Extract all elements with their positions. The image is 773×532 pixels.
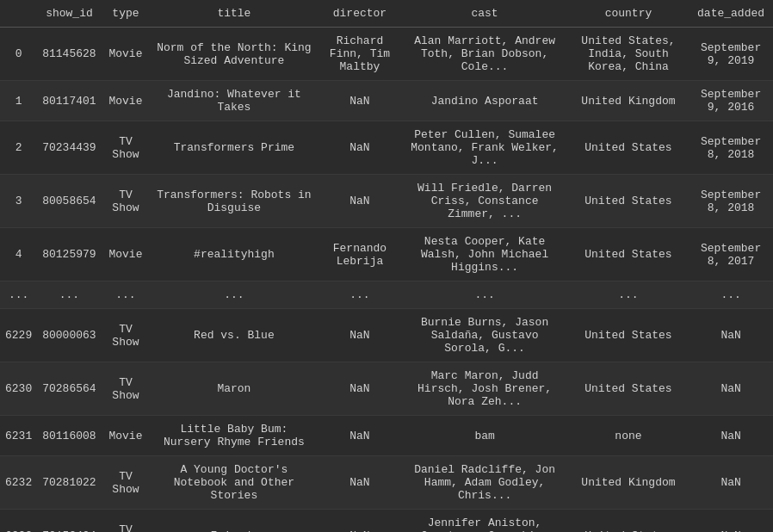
cell-type: ... [102,281,151,309]
cell-country: United States [568,228,689,281]
cell-show-id: 70153404 [37,510,101,533]
cell-index: 6231 [0,416,37,456]
cell-title: Little Baby Bum: Nursery Rhyme Friends [150,416,318,456]
cell-index: 6233 [0,510,37,533]
cell-title: ... [150,281,318,309]
data-table-container: show_id type title director cast country… [0,0,773,532]
cell-date-added: NaN [689,309,773,362]
table-row: 270234439TV ShowTransformers PrimeNaNPet… [0,121,773,175]
cell-index: 4 [0,228,37,281]
cell-director: ... [318,281,402,309]
cell-cast: ... [401,281,567,309]
cell-type: TV Show [102,362,151,416]
header-cast: cast [401,0,567,28]
table-row: 480125979Movie#realityhighFernando Lebri… [0,228,773,281]
cell-country: United States [568,121,689,175]
cell-date-added: September 9, 2019 [689,28,773,81]
table-row: ........................ [0,281,773,309]
cell-cast: Jandino Asporaat [401,81,567,121]
cell-date-added: NaN [689,362,773,416]
cell-date-added: September 8, 2017 [689,228,773,281]
cell-country: United States [568,510,689,533]
cell-director: NaN [318,81,402,121]
data-table: show_id type title director cast country… [0,0,773,532]
cell-type: Movie [102,28,151,81]
cell-cast: Peter Cullen, Sumalee Montano, Frank Wel… [401,121,567,175]
cell-type: Movie [102,228,151,281]
cell-director: NaN [318,121,402,175]
cell-type: TV Show [102,175,151,228]
table-row: 623070286564TV ShowMaronNaNMarc Maron, J… [0,362,773,416]
table-row: 623370153404TV ShowFriendsNaNJennifer An… [0,510,773,533]
header-index [0,0,37,28]
cell-type: Movie [102,81,151,121]
table-row: 081145628MovieNorm of the North: King Si… [0,28,773,81]
cell-country: United Kingdom [568,81,689,121]
cell-title: Transformers: Robots in Disguise [150,175,318,228]
cell-title: A Young Doctor's Notebook and Other Stor… [150,456,318,510]
cell-index: 2 [0,121,37,175]
cell-title: Friends [150,510,318,533]
cell-country: ... [568,281,689,309]
cell-cast: Alan Marriott, Andrew Toth, Brian Dobson… [401,28,567,81]
cell-show-id: 80000063 [37,309,101,362]
cell-date-added: NaN [689,510,773,533]
header-director: director [318,0,402,28]
cell-director: NaN [318,175,402,228]
cell-cast: Burnie Burns, Jason Saldaña, Gustavo Sor… [401,309,567,362]
cell-title: Transformers Prime [150,121,318,175]
cell-director: NaN [318,456,402,510]
cell-director: Fernando Lebrija [318,228,402,281]
cell-date-added: ... [689,281,773,309]
cell-title: Jandino: Whatever it Takes [150,81,318,121]
cell-index: 6232 [0,456,37,510]
table-row: 180117401MovieJandino: Whatever it Takes… [0,81,773,121]
cell-show-id: 80116008 [37,416,101,456]
cell-date-added: NaN [689,416,773,456]
cell-title: Norm of the North: King Sized Adventure [150,28,318,81]
cell-show-id: 80117401 [37,81,101,121]
cell-country: none [568,416,689,456]
cell-date-added: September 9, 2016 [689,81,773,121]
cell-show-id: 70281022 [37,456,101,510]
cell-type: TV Show [102,456,151,510]
cell-show-id: 81145628 [37,28,101,81]
cell-date-added: September 8, 2018 [689,175,773,228]
cell-type: TV Show [102,510,151,533]
cell-director: NaN [318,510,402,533]
cell-country: United States [568,309,689,362]
cell-index: 6230 [0,362,37,416]
cell-title: Red vs. Blue [150,309,318,362]
cell-index: 6229 [0,309,37,362]
table-row: 623270281022TV ShowA Young Doctor's Note… [0,456,773,510]
cell-country: United States [568,175,689,228]
cell-index: 1 [0,81,37,121]
cell-country: United States [568,362,689,416]
cell-cast: Jennifer Aniston, Courteney Cox, Lisa Ku… [401,510,567,533]
cell-cast: Marc Maron, Judd Hirsch, Josh Brener, No… [401,362,567,416]
cell-cast: Daniel Radcliffe, Jon Hamm, Adam Godley,… [401,456,567,510]
cell-type: TV Show [102,309,151,362]
cell-title: #realityhigh [150,228,318,281]
cell-director: NaN [318,416,402,456]
table-header-row: show_id type title director cast country… [0,0,773,28]
header-country: country [568,0,689,28]
header-date-added: date_added [689,0,773,28]
cell-show-id: ... [37,281,101,309]
cell-show-id: 80058654 [37,175,101,228]
table-row: 623180116008MovieLittle Baby Bum: Nurser… [0,416,773,456]
header-title: title [150,0,318,28]
cell-country: United Kingdom [568,456,689,510]
cell-cast: Nesta Cooper, Kate Walsh, John Michael H… [401,228,567,281]
cell-type: Movie [102,416,151,456]
cell-cast: bam [401,416,567,456]
cell-type: TV Show [102,121,151,175]
cell-show-id: 80125979 [37,228,101,281]
table-row: 380058654TV ShowTransformers: Robots in … [0,175,773,228]
cell-date-added: September 8, 2018 [689,121,773,175]
cell-index: 3 [0,175,37,228]
table-row: 622980000063TV ShowRed vs. BlueNaNBurnie… [0,309,773,362]
header-type: type [102,0,151,28]
cell-director: Richard Finn, Tim Maltby [318,28,402,81]
cell-show-id: 70286564 [37,362,101,416]
